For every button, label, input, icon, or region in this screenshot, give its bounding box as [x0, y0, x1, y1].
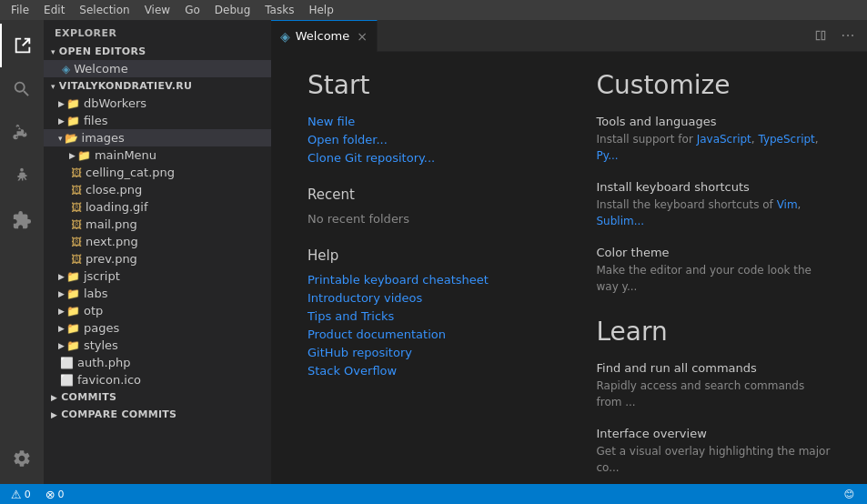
split-editor-button[interactable] — [809, 24, 832, 47]
folder-icon: 📁 — [77, 149, 91, 162]
tab-close-button[interactable]: × — [357, 30, 368, 43]
file-auth[interactable]: ⬜ auth.php — [44, 354, 271, 371]
menu-edit[interactable]: Edit — [36, 0, 72, 20]
customize-section: Customize Tools and languages Install su… — [597, 70, 832, 295]
ellipsis-icon: ··· — [841, 27, 854, 45]
file-prev[interactable]: 🖼 prev.png — [44, 250, 271, 267]
chevron-icon: ▶ — [58, 307, 65, 316]
folder-pages[interactable]: ▶ 📁 pages — [44, 319, 271, 337]
open-folder-link[interactable]: Open folder... — [307, 133, 542, 146]
compare-commits-header[interactable]: ▶ Compare Commits — [44, 406, 271, 423]
folder-files[interactable]: ▶ 📁 files — [44, 112, 271, 129]
explorer-activity-icon[interactable] — [0, 24, 44, 67]
extensions-activity-icon[interactable] — [0, 198, 44, 242]
file-mail[interactable]: 🖼 mail.png — [44, 216, 271, 233]
github-repository-link[interactable]: GitHub repository — [307, 346, 542, 359]
menu-selection[interactable]: Selection — [72, 0, 136, 20]
image-file-icon: 🖼 — [71, 218, 82, 231]
find-commands-desc: Rapidly access and search commands from … — [597, 378, 832, 410]
folder-dbWorkers[interactable]: ▶ 📁 dbWorkers — [44, 95, 271, 112]
folder-mainMenu[interactable]: ▶ 📁 mainMenu — [44, 146, 271, 164]
warning-count: 0 — [25, 489, 31, 500]
file-next[interactable]: 🖼 next.png — [44, 233, 271, 250]
introductory-videos-link[interactable]: Introductory videos — [307, 291, 542, 305]
php-file-icon: ⬜ — [60, 357, 74, 369]
folder-otp[interactable]: ▶ 📁 otp — [44, 302, 271, 319]
project-label: VITALYKONDRATIEV.RU — [59, 80, 192, 92]
javascript-link[interactable]: JavaScript — [697, 133, 751, 146]
stack-overflow-link[interactable]: Stack Overflow — [307, 364, 542, 378]
recent-heading: Recent — [307, 186, 542, 203]
file-favicon-label: favicon.ico — [77, 373, 141, 387]
tab-welcome[interactable]: ◈ Welcome × — [271, 20, 378, 52]
file-auth-label: auth.php — [77, 356, 130, 369]
chevron-icon: ▶ — [69, 151, 76, 160]
status-warnings[interactable]: ⚠ 0 — [7, 488, 35, 501]
python-link[interactable]: Py... — [597, 149, 619, 162]
folder-labs[interactable]: ▶ 📁 labs — [44, 285, 271, 302]
open-editors-header[interactable]: ▾ Open Editors — [44, 43, 271, 60]
folder-icon: 📁 — [66, 115, 80, 127]
tips-tricks-link[interactable]: Tips and Tricks — [307, 309, 542, 323]
file-mail-label: mail.png — [86, 217, 137, 231]
folder-styles[interactable]: ▶ 📁 styles — [44, 337, 271, 354]
menu-go[interactable]: Go — [177, 0, 207, 20]
file-loading[interactable]: 🖼 loading.gif — [44, 198, 271, 216]
status-errors[interactable]: ⊗ 0 — [42, 488, 68, 501]
menu-help[interactable]: Help — [301, 0, 340, 20]
commits-chevron: ▶ — [51, 393, 57, 402]
chevron-icon: ▶ — [58, 341, 65, 350]
folder-icon: 📁 — [66, 287, 80, 300]
folder-images[interactable]: ▾ 📂 images — [44, 129, 271, 146]
folder-icon: 📁 — [66, 305, 80, 318]
clone-git-link[interactable]: Clone Git repository... — [307, 151, 542, 165]
image-file-icon: 🖼 — [71, 166, 82, 179]
more-actions-button[interactable]: ··· — [836, 24, 860, 47]
ico-file-icon: ⬜ — [60, 374, 74, 387]
open-editor-welcome[interactable]: ◈ Welcome — [44, 60, 271, 77]
debug-activity-icon[interactable] — [0, 155, 44, 198]
tab-bar-actions: ··· — [809, 24, 867, 47]
editor-area: ◈ Welcome × ··· Start New file — [271, 20, 867, 484]
start-section: Start New file Open folder... Clone Git … — [307, 70, 542, 165]
file-favicon[interactable]: ⬜ favicon.ico — [44, 371, 271, 388]
printable-keyboard-link[interactable]: Printable keyboard cheatsheet — [307, 273, 542, 287]
chevron-icon: ▾ — [58, 134, 63, 143]
keyboard-shortcuts-item: Install keyboard shortcuts Install the k… — [597, 180, 832, 229]
project-header[interactable]: ▾ VITALYKONDRATIEV.RU — [44, 77, 271, 95]
chevron-icon: ▶ — [58, 272, 65, 281]
help-section: Help Printable keyboard cheatsheet Intro… — [307, 247, 542, 378]
tab-bar: ◈ Welcome × ··· — [271, 20, 867, 52]
project-chevron: ▾ — [51, 82, 55, 91]
file-next-label: next.png — [86, 235, 138, 248]
menu-debug[interactable]: Debug — [207, 0, 257, 20]
compare-commits-chevron: ▶ — [51, 410, 57, 419]
settings-activity-icon[interactable] — [0, 437, 44, 480]
menu-view[interactable]: View — [137, 0, 177, 20]
new-file-link[interactable]: New file — [307, 115, 542, 128]
typescript-link[interactable]: TypeScript — [758, 133, 814, 146]
menu-file[interactable]: File — [4, 0, 36, 20]
image-file-icon: 🖼 — [71, 236, 82, 248]
chevron-icon: ▶ — [58, 289, 65, 298]
search-activity-icon[interactable] — [0, 67, 44, 111]
image-file-icon: 🖼 — [71, 253, 82, 266]
menubar: File Edit Selection View Go Debug Tasks … — [0, 0, 867, 20]
menu-tasks[interactable]: Tasks — [257, 0, 301, 20]
sublime-link[interactable]: Sublim... — [597, 215, 645, 227]
source-control-activity-icon[interactable] — [0, 111, 44, 155]
tools-languages-desc: Install support for JavaScript, TypeScri… — [597, 131, 832, 164]
recent-section: Recent No recent folders — [307, 186, 542, 226]
chevron-icon: ▶ — [58, 116, 65, 126]
welcome-right-column: Customize Tools and languages Install su… — [597, 70, 832, 484]
file-celling_cat[interactable]: 🖼 celling_cat.png — [44, 164, 271, 181]
product-documentation-link[interactable]: Product documentation — [307, 328, 542, 341]
commits-header[interactable]: ▶ Commits — [44, 388, 271, 406]
file-close[interactable]: 🖼 close.png — [44, 181, 271, 198]
folder-labs-label: labs — [84, 287, 108, 300]
feedback-button[interactable]: 😊 — [841, 489, 860, 500]
chevron-icon: ▶ — [58, 99, 65, 108]
vim-link[interactable]: Vim — [777, 198, 798, 211]
folder-jscript[interactable]: ▶ 📁 jscript — [44, 267, 271, 285]
tab-vscode-icon: ◈ — [280, 29, 290, 44]
